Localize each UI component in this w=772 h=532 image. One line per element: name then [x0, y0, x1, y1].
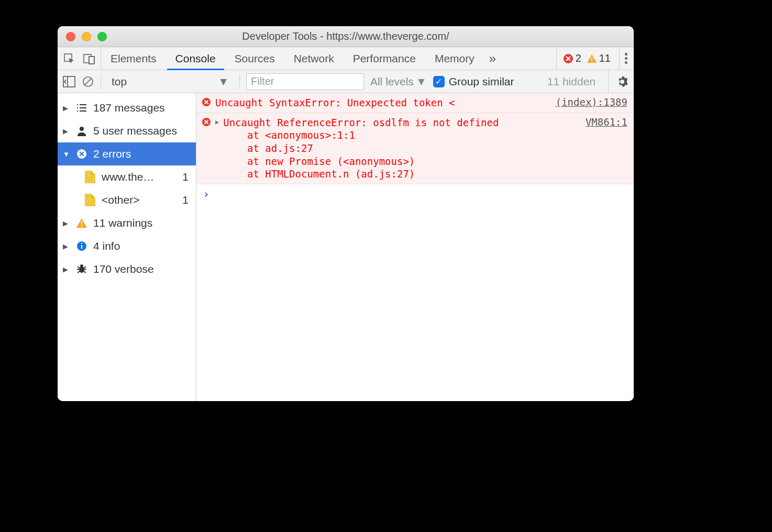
bug-icon — [75, 263, 88, 275]
tab-label: Elements — [111, 52, 157, 65]
console-message-error[interactable]: ▶ Uncaught ReferenceError: osdlfm is not… — [196, 113, 634, 184]
tab-label: Performance — [353, 52, 416, 65]
device-toolbar-icon[interactable] — [83, 52, 95, 65]
console-prompt[interactable]: › — [196, 184, 634, 204]
svg-line-30 — [78, 271, 80, 273]
sidebar-item-label: 4 info — [93, 240, 120, 252]
svg-point-17 — [80, 127, 84, 131]
console-body: ▶ 187 messages ▶ 5 user messages ▼ 2 err… — [58, 93, 634, 401]
sidebar-item-label: <other> — [102, 194, 139, 206]
filter-input[interactable] — [246, 73, 364, 90]
error-count-value: 2 — [576, 52, 581, 64]
list-icon — [75, 103, 88, 113]
sidebar-item-messages[interactable]: ▶ 187 messages — [58, 96, 196, 119]
chevron-down-icon: ▼ — [416, 75, 427, 88]
disclosure-collapsed-icon: ▶ — [63, 104, 70, 112]
panel-tab-strip: Elements Console Sources Network Perform… — [58, 47, 634, 70]
minimize-window-button[interactable] — [82, 32, 91, 41]
chevron-double-right-icon: » — [489, 51, 496, 66]
hidden-messages-button[interactable]: 11 hidden — [547, 75, 595, 88]
disclosure-collapsed-icon: ▶ — [63, 242, 70, 250]
close-window-button[interactable] — [66, 32, 75, 41]
console-message-error[interactable]: Uncaught SyntaxError: Unexpected token <… — [196, 93, 634, 113]
tab-memory[interactable]: Memory — [425, 47, 484, 70]
group-similar-checkbox[interactable]: ✓ Group similar — [433, 75, 514, 88]
tab-elements[interactable]: Elements — [101, 47, 166, 70]
svg-rect-20 — [81, 226, 82, 227]
sidebar-item-label: 187 messages — [93, 102, 165, 114]
svg-rect-22 — [81, 245, 82, 249]
svg-rect-23 — [81, 243, 82, 244]
console-messages: Uncaught SyntaxError: Unexpected token <… — [196, 93, 634, 401]
prompt-chevron-icon: › — [203, 187, 209, 201]
clear-console-icon[interactable] — [82, 75, 94, 88]
disclosure-collapsed-icon: ▶ — [63, 265, 70, 273]
group-similar-label: Group similar — [449, 75, 514, 88]
error-icon — [563, 53, 574, 64]
console-sidebar: ▶ 187 messages ▶ 5 user messages ▼ 2 err… — [58, 93, 196, 401]
message-source-link[interactable]: (index):1389 — [556, 96, 627, 108]
tab-label: Console — [175, 52, 216, 65]
message-source-link[interactable]: VM861:1 — [586, 116, 627, 128]
log-levels-select[interactable]: All levels ▼ — [370, 75, 427, 88]
console-settings-icon[interactable] — [608, 70, 628, 93]
chevron-down-icon: ▼ — [218, 75, 229, 88]
svg-line-31 — [84, 271, 86, 273]
svg-rect-5 — [591, 57, 592, 60]
svg-rect-2 — [89, 57, 94, 64]
message-text: Uncaught SyntaxError: Unexpected token < — [215, 96, 552, 109]
warning-count-badge[interactable]: 11 — [587, 52, 611, 64]
error-icon — [75, 149, 88, 159]
levels-label: All levels — [370, 75, 414, 88]
inspect-tools — [58, 47, 101, 70]
checkbox-checked-icon: ✓ — [433, 76, 445, 87]
error-icon — [202, 97, 211, 107]
traffic-lights — [58, 32, 107, 41]
disclosure-collapsed-icon[interactable]: ▶ — [215, 118, 219, 126]
warning-count-value: 11 — [599, 52, 611, 64]
tabs-overflow-button[interactable]: » — [484, 47, 501, 70]
execution-context-select[interactable]: top ▼ — [107, 73, 233, 90]
sidebar-toggle-icon[interactable] — [63, 76, 75, 87]
sidebar-item-label: 170 verbose — [93, 263, 154, 275]
svg-line-10 — [85, 79, 91, 85]
error-count-badge[interactable]: 2 — [563, 52, 581, 64]
file-icon — [84, 194, 96, 206]
sidebar-item-info[interactable]: ▶ 4 info — [58, 235, 196, 258]
svg-rect-19 — [81, 221, 82, 225]
svg-rect-6 — [591, 61, 592, 62]
sidebar-item-verbose[interactable]: ▶ 170 verbose — [58, 258, 196, 281]
error-icon — [202, 117, 211, 127]
sidebar-item-label: 5 user messages — [93, 125, 177, 137]
sidebar-item-label: www.the… — [102, 171, 154, 183]
sidebar-item-label: 11 warnings — [93, 217, 152, 229]
settings-menu-button[interactable] — [619, 47, 627, 70]
inspect-element-icon[interactable] — [63, 52, 75, 65]
sidebar-item-error-source[interactable]: <other> 1 — [58, 189, 196, 212]
disclosure-collapsed-icon: ▶ — [63, 219, 70, 227]
sidebar-item-count: 1 — [182, 171, 191, 183]
zoom-window-button[interactable] — [97, 32, 107, 41]
tab-sources[interactable]: Sources — [225, 47, 284, 70]
svg-rect-7 — [63, 76, 75, 87]
svg-line-28 — [78, 267, 80, 268]
sidebar-item-errors[interactable]: ▼ 2 errors — [58, 142, 196, 165]
sidebar-item-label: 2 errors — [93, 148, 131, 160]
warning-icon — [587, 53, 597, 64]
disclosure-expanded-icon: ▼ — [63, 150, 70, 158]
tab-network[interactable]: Network — [284, 47, 344, 70]
svg-line-29 — [84, 267, 86, 268]
file-icon — [84, 171, 96, 183]
tab-console[interactable]: Console — [166, 47, 225, 70]
divider — [101, 74, 101, 89]
svg-point-25 — [80, 264, 83, 268]
panel-tabs: Elements Console Sources Network Perform… — [101, 47, 556, 70]
tab-performance[interactable]: Performance — [344, 47, 425, 70]
sidebar-item-warnings[interactable]: ▶ 11 warnings — [58, 212, 196, 235]
tab-label: Network — [294, 52, 334, 65]
sidebar-item-user-messages[interactable]: ▶ 5 user messages — [58, 119, 196, 142]
devtools-window: Developer Tools - https://www.theverge.c… — [58, 26, 634, 401]
message-text: Uncaught ReferenceError: osdlfm is not d… — [223, 116, 581, 181]
divider — [239, 74, 240, 89]
sidebar-item-error-source[interactable]: www.the… 1 — [58, 165, 196, 189]
